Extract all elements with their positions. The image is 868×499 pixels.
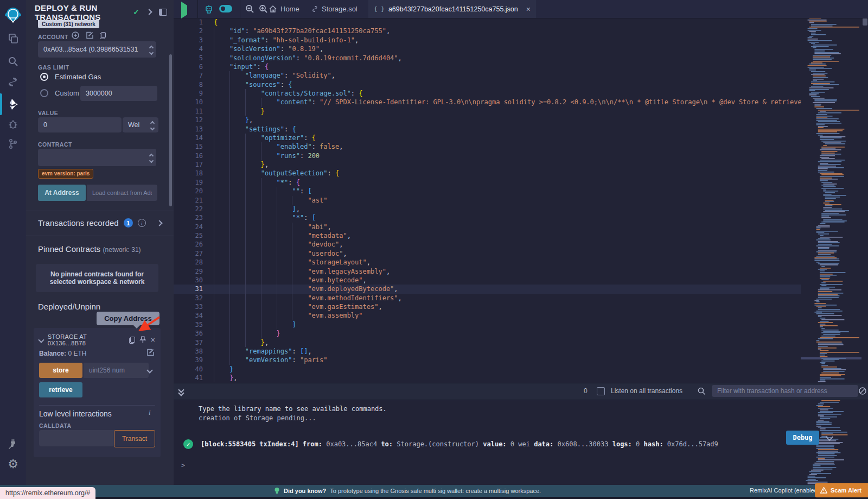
estimated-gas-radio[interactable] (40, 73, 48, 81)
tab-storage-sol[interactable]: Storage.sol (312, 0, 358, 18)
code-line[interactable]: 22], (174, 205, 801, 213)
code-line[interactable]: 35] (174, 320, 801, 329)
custom-gas-input[interactable] (80, 86, 157, 101)
code-line[interactable]: 4"solcVersion": "0.8.19", (174, 45, 801, 53)
minimap[interactable] (801, 18, 861, 491)
store-arg-input[interactable] (84, 363, 149, 378)
code-line[interactable]: 26"devdoc", (174, 240, 801, 249)
code-line[interactable]: 24"abi", (174, 223, 801, 231)
load-contract-input[interactable] (87, 185, 157, 201)
code-line[interactable]: 38"remappings": [], (174, 347, 801, 356)
contract-select[interactable] (38, 149, 156, 166)
transact-button[interactable]: Transact (114, 430, 155, 447)
code-line[interactable]: 10"content": "// SPDX-License-Identifier… (174, 98, 801, 106)
transaction-log-row[interactable]: ✓ [block:5583405 txIndex:4] from: 0xa03.… (183, 439, 797, 449)
git-icon[interactable] (0, 136, 26, 152)
code-line[interactable]: 27"userdoc", (174, 249, 801, 258)
low-level-info-icon[interactable]: i (149, 408, 151, 417)
retrieve-button[interactable]: retrieve (39, 382, 82, 397)
contract-collapse-icon[interactable] (38, 337, 44, 343)
code-line[interactable]: 39"evmVersion": "paris" (174, 356, 801, 364)
code-line[interactable]: 23"*": [ (174, 213, 801, 222)
zoom-in-icon[interactable] (259, 4, 268, 14)
code-line[interactable]: 1{ (174, 18, 801, 27)
code-line[interactable]: 25"metadata", (174, 231, 801, 240)
value-input[interactable] (38, 117, 122, 132)
edit-balance-icon[interactable] (146, 349, 154, 356)
code-line[interactable]: 11} (174, 107, 801, 116)
debug-button[interactable]: Debug (786, 431, 819, 445)
run-script-icon[interactable] (181, 5, 187, 15)
code-line[interactable]: 9"contracts/Storage.sol": { (174, 89, 801, 98)
editor-scrollbar-thumb[interactable] (863, 18, 867, 26)
terminal-filter-input[interactable] (712, 385, 858, 397)
code-line[interactable]: 29"evm.legacyAssembly", (174, 267, 801, 276)
solidity-compiler-icon[interactable] (0, 75, 26, 91)
code-line[interactable]: 28"storageLayout", (174, 258, 801, 267)
code-line[interactable]: 20"": [ (174, 187, 801, 195)
code-line[interactable]: 12}, (174, 116, 801, 124)
copilot-toggle[interactable] (219, 5, 232, 12)
code-line[interactable]: 18"outputSelection": { (174, 169, 801, 178)
code-line[interactable]: 19"*": { (174, 178, 801, 187)
at-address-button[interactable]: At Address (38, 185, 86, 201)
copilot-status[interactable]: RemixAI Copilot (enabled) (750, 487, 819, 494)
ai-assistant-icon[interactable] (204, 4, 214, 14)
panel-scrollbar[interactable] (169, 54, 172, 206)
zoom-out-icon[interactable] (245, 4, 254, 14)
code-line[interactable]: 33"evm.gasEstimates", (174, 302, 801, 311)
code-line[interactable]: 17}, (174, 160, 801, 169)
clear-terminal-icon[interactable] (858, 387, 867, 395)
code-line[interactable]: 14"optimizer": { (174, 134, 801, 142)
contract-stepper-icon[interactable] (150, 154, 153, 162)
scam-alert-button[interactable]: Scam Alert (815, 483, 868, 497)
remix-logo[interactable] (0, 4, 26, 26)
copy-account-icon[interactable] (100, 32, 106, 39)
code-line[interactable]: 32"evm.methodIdentifiers", (174, 294, 801, 302)
calldata-input[interactable] (39, 430, 115, 446)
code-line[interactable]: 6"input": { (174, 62, 801, 71)
listen-checkbox[interactable] (597, 387, 605, 395)
terminal-output[interactable]: Type the library name to see available c… (174, 400, 797, 485)
code-line[interactable]: 40} (174, 365, 801, 374)
custom-gas-radio[interactable] (40, 89, 48, 97)
copy-address-icon[interactable] (129, 337, 135, 344)
account-stepper-icon[interactable] (150, 46, 153, 54)
code-line[interactable]: 13"settings": { (174, 125, 801, 134)
add-account-icon[interactable] (72, 31, 79, 39)
tab-json-active[interactable]: { } a69b43f277ba20fcac141151250ca755.jso… (368, 0, 536, 18)
deploy-run-icon[interactable] (0, 96, 26, 113)
close-tab-icon[interactable]: × (526, 5, 531, 14)
transactions-info-icon[interactable]: i (138, 219, 146, 227)
settings-icon[interactable]: ⚙ (0, 456, 26, 472)
code-line[interactable]: 41}, (174, 374, 801, 382)
tab-home[interactable]: Home (269, 0, 299, 18)
code-line[interactable]: 2"id": "a69b43f277ba20fcac141151250ca755… (174, 27, 801, 35)
terminal-collapse-icon[interactable] (179, 388, 183, 395)
code-line[interactable]: 21"ast" (174, 196, 801, 205)
remove-contract-icon[interactable]: × (151, 336, 155, 344)
chevron-right-icon[interactable] (146, 9, 152, 15)
panel-layout-icon[interactable] (159, 9, 167, 16)
plugin-manager-icon[interactable] (0, 435, 26, 452)
terminal-prompt[interactable]: > (181, 461, 797, 470)
code-line[interactable]: 5"solcLongVersion": "0.8.19+commit.7dd6d… (174, 54, 801, 62)
code-line[interactable]: 37}, (174, 338, 801, 347)
code-line[interactable]: 15"enabled": false, (174, 142, 801, 151)
code-line[interactable]: 36} (174, 329, 801, 338)
file-explorer-icon[interactable] (0, 30, 26, 47)
code-line[interactable]: 8"sources": { (174, 80, 801, 89)
code-line[interactable]: 16"runs": 200 (174, 151, 801, 160)
transactions-expand-icon[interactable] (156, 220, 162, 226)
code-editor[interactable]: 1{2"id": "a69b43f277ba20fcac141151250ca7… (174, 18, 801, 383)
code-line[interactable]: 3"_format": "hh-sol-build-info-1", (174, 36, 801, 45)
store-button[interactable]: store (39, 363, 82, 378)
pin-icon[interactable] (139, 336, 146, 344)
code-line[interactable]: 31"evm.deployedBytecode", (174, 285, 801, 293)
code-line[interactable]: 34"evm.assembly" (174, 311, 801, 320)
code-line[interactable]: 7"language": "Solidity", (174, 71, 801, 80)
search-icon[interactable] (0, 53, 26, 70)
unit-stepper-icon[interactable] (151, 122, 154, 130)
debugger-icon[interactable] (0, 116, 26, 132)
account-select[interactable]: 0xA03...85ac4 (0.39866531531 (38, 41, 156, 58)
